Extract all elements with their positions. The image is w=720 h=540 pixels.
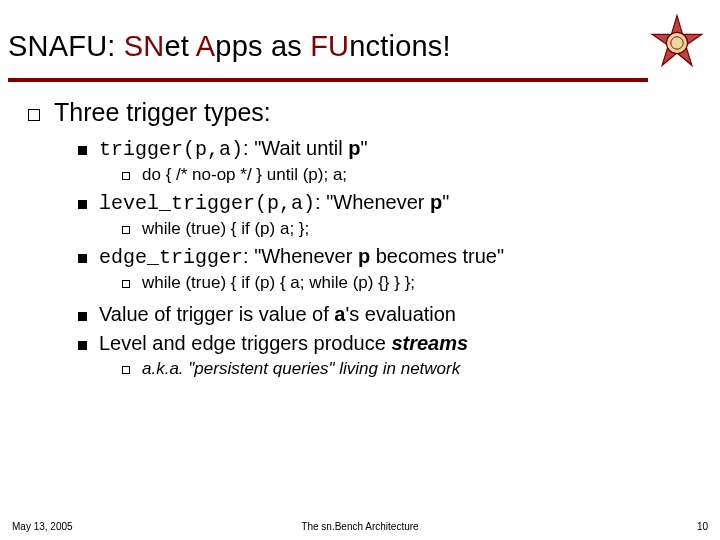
title-underline (8, 78, 648, 82)
title-seg-hl: SN (124, 30, 165, 62)
level2-group: trigger(p,a): "Wait until p" do { /* no-… (28, 137, 700, 379)
trigger-item: trigger(p,a): "Wait until p" (78, 137, 700, 161)
label-pre: : "Whenever (315, 191, 430, 213)
label-bold: p (430, 191, 442, 213)
code-text: edge_trigger (99, 246, 243, 269)
bullet-filled-icon (78, 341, 87, 350)
heading-text: Three trigger types: (54, 98, 271, 127)
note-pre: Value of trigger is value of (99, 303, 334, 325)
title-seg: nctions! (349, 30, 451, 62)
label-post: becomes true" (370, 245, 504, 267)
bullet-open-icon (122, 366, 130, 374)
svg-point-1 (666, 32, 687, 53)
label-post: " (361, 137, 368, 159)
bullet-filled-icon (78, 254, 87, 263)
label-pre: : "Wait until (243, 137, 348, 159)
label-pre: : "Whenever (243, 245, 358, 267)
bullet-open-icon (28, 109, 40, 121)
slide-footer: May 13, 2005 The sn.Bench Architecture 1… (0, 521, 720, 532)
bullet-filled-icon (78, 200, 87, 209)
sub-text: while (true) { if (p) { a; while (p) {} … (142, 273, 415, 293)
title-row: SNAFU: SNet Apps as FUnctions! (0, 0, 720, 78)
title-seg: et (165, 30, 196, 62)
trigger-item: level_trigger(p,a): "Whenever p" (78, 191, 700, 215)
note-ital: streams (391, 332, 468, 354)
label-bold: p (348, 137, 360, 159)
heading-level1: Three trigger types: (28, 98, 700, 127)
sub-text: do { /* no-op */ } until (p); a; (142, 165, 347, 185)
slide-body: Three trigger types: trigger(p,a): "Wait… (0, 98, 720, 379)
note-pre: Level and edge triggers produce (99, 332, 391, 354)
note-post: 's evaluation (345, 303, 456, 325)
title-seg-hl: A (196, 30, 216, 62)
note-bold: a (334, 303, 345, 325)
bullet-filled-icon (78, 146, 87, 155)
slide-title: SNAFU: SNet Apps as FUnctions! (8, 30, 640, 63)
title-seg: pps as (215, 30, 310, 62)
sub-item: do { /* no-op */ } until (p); a; (122, 165, 700, 185)
footer-center: The sn.Bench Architecture (0, 521, 720, 532)
sub-item: while (true) { if (p) a; }; (122, 219, 700, 239)
bullet-open-icon (122, 172, 130, 180)
sub-item: a.k.a. "persistent queries" living in ne… (122, 359, 700, 379)
note-item: Level and edge triggers produce streams (78, 332, 700, 355)
code-text: level_trigger(p,a) (99, 192, 315, 215)
sub-item: while (true) { if (p) { a; while (p) {} … (122, 273, 700, 293)
label-bold: p (358, 245, 370, 267)
trigger-line: edge_trigger: "Whenever p becomes true" (99, 245, 504, 269)
footer-date: May 13, 2005 (12, 521, 73, 532)
bullet-filled-icon (78, 312, 87, 321)
title-seg-hl: FU (310, 30, 349, 62)
note-line: Value of trigger is value of a's evaluat… (99, 303, 456, 326)
code-text: trigger(p,a) (99, 138, 243, 161)
bullet-open-icon (122, 226, 130, 234)
label-post: " (442, 191, 449, 213)
university-logo-icon (646, 12, 708, 74)
bullet-open-icon (122, 280, 130, 288)
footer-page: 10 (697, 521, 708, 532)
note-line: Level and edge triggers produce streams (99, 332, 468, 355)
title-seg: SNAFU: (8, 30, 124, 62)
trigger-line: level_trigger(p,a): "Whenever p" (99, 191, 449, 215)
aka-text: a.k.a. "persistent queries" living in ne… (142, 359, 460, 379)
note-item: Value of trigger is value of a's evaluat… (78, 303, 700, 326)
trigger-item: edge_trigger: "Whenever p becomes true" (78, 245, 700, 269)
trigger-line: trigger(p,a): "Wait until p" (99, 137, 368, 161)
sub-text: while (true) { if (p) a; }; (142, 219, 309, 239)
